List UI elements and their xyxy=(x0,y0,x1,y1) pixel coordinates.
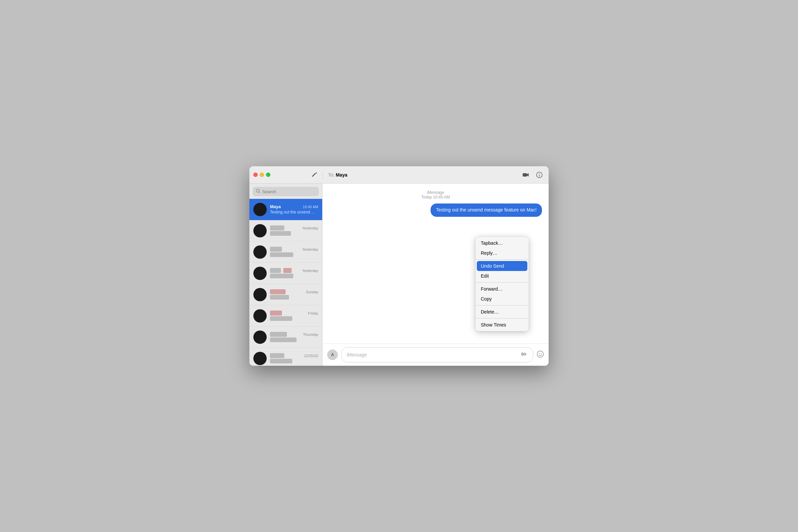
recipient-name: Maya xyxy=(336,172,347,177)
context-menu-divider-3 xyxy=(475,305,529,306)
close-button[interactable] xyxy=(253,173,258,177)
message-date-header: iMessage Today 10:45 AM xyxy=(329,190,542,200)
message-row: Testing out the unsend message feature o… xyxy=(329,204,542,217)
sidebar: Maya 10:45 AM Testing out the unsend mes… xyxy=(249,184,323,366)
search-bar[interactable] xyxy=(253,187,319,196)
context-menu-edit[interactable]: Edit xyxy=(475,271,529,281)
blurred-preview-5 xyxy=(270,295,289,300)
blurred-name-8 xyxy=(270,353,284,358)
messages-window: To: Maya xyxy=(249,166,549,366)
avatar-8 xyxy=(253,352,267,365)
service-label: iMessage xyxy=(329,190,542,195)
conv-name-8 xyxy=(270,353,284,358)
conv-info-6: Friday xyxy=(270,310,318,321)
title-bar: To: Maya xyxy=(249,166,549,184)
svg-rect-9 xyxy=(524,353,525,356)
context-menu-forward[interactable]: Forward… xyxy=(475,284,529,294)
svg-rect-6 xyxy=(521,353,522,356)
context-menu-tapback[interactable]: Tapback… xyxy=(475,238,529,248)
blurred-name-3 xyxy=(270,247,282,252)
context-menu-delete[interactable]: Delete… xyxy=(475,307,529,317)
conversation-list: Maya 10:45 AM Testing out the unsend mes… xyxy=(249,199,322,366)
svg-point-13 xyxy=(539,353,540,354)
conv-time-2: Yesterday xyxy=(302,226,318,230)
conv-header-3: Yesterday xyxy=(270,247,318,252)
conv-info-4: Yesterday xyxy=(270,268,318,278)
conv-preview-4 xyxy=(270,274,318,278)
conv-preview-5 xyxy=(270,295,318,300)
context-menu-show-times[interactable]: Show Times xyxy=(475,320,529,330)
compose-button[interactable] xyxy=(310,171,319,179)
conv-time-7: Thursday xyxy=(303,332,318,337)
conv-header-6: Friday xyxy=(270,310,318,316)
blurred-preview-6 xyxy=(270,316,292,321)
conv-time-maya: 10:45 AM xyxy=(303,205,318,209)
conv-time-5: Sunday xyxy=(306,290,318,294)
avatar-7 xyxy=(253,330,267,344)
avatar-5 xyxy=(253,288,267,301)
audio-record-button[interactable] xyxy=(520,350,528,359)
maximize-button[interactable] xyxy=(266,173,270,177)
sidebar-titlebar xyxy=(249,171,323,179)
context-menu-divider-1 xyxy=(475,259,529,260)
conversation-item-4[interactable]: Yesterday xyxy=(249,263,322,284)
blurred-name-5 xyxy=(270,289,286,294)
blurred-name-4 xyxy=(270,268,281,273)
conv-preview-7 xyxy=(270,338,318,342)
search-input[interactable] xyxy=(262,189,316,194)
conv-time-3: Yesterday xyxy=(302,247,318,251)
avatar-3 xyxy=(253,245,267,259)
info-button[interactable] xyxy=(535,171,543,179)
conversation-item-6[interactable]: Friday xyxy=(249,305,322,326)
blurred-preview-7 xyxy=(270,338,297,342)
emoji-button[interactable] xyxy=(537,350,544,359)
blurred-preview-2 xyxy=(270,231,291,236)
blurred-preview-3 xyxy=(270,252,293,257)
header-icons xyxy=(522,171,543,179)
blurred-preview-8 xyxy=(270,359,292,363)
svg-point-12 xyxy=(537,351,544,357)
conversation-item-2[interactable]: Yesterday xyxy=(249,220,322,241)
to-field: To: Maya xyxy=(328,172,347,177)
conv-preview-maya: Testing out the unsend message feature o… xyxy=(270,210,318,214)
blurred-name-6 xyxy=(270,310,282,316)
conv-preview-2 xyxy=(270,231,318,236)
conv-header-5: Sunday xyxy=(270,289,318,294)
conv-header-maya: Maya 10:45 AM xyxy=(270,204,318,209)
video-call-button[interactable] xyxy=(522,172,530,178)
content-area: Maya 10:45 AM Testing out the unsend mes… xyxy=(249,184,549,366)
conv-preview-3 xyxy=(270,252,318,257)
blurred-preview-4 xyxy=(270,274,293,278)
svg-rect-1 xyxy=(523,173,527,176)
svg-rect-8 xyxy=(523,353,524,355)
context-menu-divider-2 xyxy=(475,282,529,283)
conversation-item-8[interactable]: 12/25/22 xyxy=(249,348,322,366)
context-menu-copy[interactable]: Copy xyxy=(475,294,529,304)
app-store-icon: A xyxy=(331,353,334,357)
minimize-button[interactable] xyxy=(260,173,264,177)
conv-info-8: 12/25/22 xyxy=(270,353,318,363)
svg-rect-11 xyxy=(526,353,526,356)
context-menu-reply[interactable]: Reply… xyxy=(475,248,529,258)
conv-name-7 xyxy=(270,332,287,337)
conv-header-7: Thursday xyxy=(270,332,318,337)
conv-info-3: Yesterday xyxy=(270,247,318,257)
svg-point-14 xyxy=(541,353,542,354)
conversation-item-maya[interactable]: Maya 10:45 AM Testing out the unsend mes… xyxy=(249,199,322,220)
context-menu-divider-4 xyxy=(475,318,529,319)
conversation-item-3[interactable]: Yesterday xyxy=(249,241,322,263)
context-menu-undo-send[interactable]: Undo Send xyxy=(477,261,527,271)
search-icon xyxy=(256,189,260,194)
conv-info-2: Yesterday xyxy=(270,225,318,236)
conv-preview-6 xyxy=(270,316,318,321)
message-input-box[interactable]: iMessage xyxy=(341,347,533,362)
conv-header-2: Yesterday xyxy=(270,225,318,230)
avatar-maya xyxy=(253,203,267,216)
avatar-6 xyxy=(253,309,267,323)
app-store-button[interactable]: A xyxy=(327,349,338,360)
date-label: Today 10:45 AM xyxy=(329,195,542,200)
message-bubble[interactable]: Testing out the unsend message feature o… xyxy=(431,204,542,217)
conversation-item-7[interactable]: Thursday xyxy=(249,326,322,348)
blurred-name-4b xyxy=(283,268,291,273)
conversation-item-5[interactable]: Sunday xyxy=(249,284,322,305)
